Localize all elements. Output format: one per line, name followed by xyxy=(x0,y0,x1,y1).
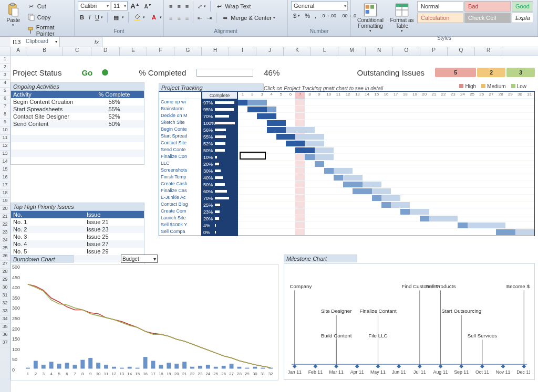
row-headers[interactable]: 1234567891011121314151617181920212223242… xyxy=(0,56,11,392)
svg-text:Mar 11: Mar 11 xyxy=(329,369,343,375)
svg-text:Nov 11: Nov 11 xyxy=(496,369,511,375)
svg-rect-37 xyxy=(190,367,194,369)
fill-color-button[interactable]: ▾ xyxy=(131,12,147,23)
svg-text:Become $100K: Become $100K xyxy=(506,283,530,289)
increase-decimal-button[interactable]: .0→.00 xyxy=(319,12,338,20)
copy-button[interactable]: Copy xyxy=(25,12,71,23)
comma-button[interactable]: , xyxy=(313,12,318,20)
italic-button[interactable]: I xyxy=(87,12,92,23)
increase-indent-button[interactable]: ⇥ xyxy=(205,13,214,23)
wrap-text-button[interactable]: ↩Wrap Text xyxy=(213,1,253,12)
svg-rect-32 xyxy=(151,361,156,369)
svg-rect-33 xyxy=(159,365,163,368)
svg-rect-25 xyxy=(96,363,100,368)
svg-rect-10 xyxy=(370,5,374,9)
svg-rect-38 xyxy=(198,366,202,369)
style-good[interactable]: Good xyxy=(512,1,533,12)
svg-text:Dec 11: Dec 11 xyxy=(516,369,530,375)
svg-text:25: 25 xyxy=(213,372,218,376)
number-format-combo[interactable]: General xyxy=(291,1,348,10)
svg-text:11: 11 xyxy=(104,372,109,376)
gantt-task-label: Send Conte xyxy=(159,147,201,154)
align-left-button[interactable]: ≡ xyxy=(167,13,174,23)
svg-text:13: 13 xyxy=(119,372,124,376)
svg-text:31: 31 xyxy=(261,372,265,376)
grow-font-button[interactable]: A▲ xyxy=(128,1,141,11)
table-icon xyxy=(395,3,409,17)
svg-rect-9 xyxy=(366,5,369,9)
svg-rect-4 xyxy=(30,15,34,20)
gantt-complete-cell: 50% xyxy=(202,181,237,188)
svg-rect-1 xyxy=(11,3,15,6)
gantt-complete-cell: 0% xyxy=(202,229,237,236)
font-name-combo[interactable]: Calibri xyxy=(78,1,110,10)
svg-rect-31 xyxy=(143,357,148,368)
decrease-indent-button[interactable]: ⇤ xyxy=(195,13,204,23)
svg-rect-28 xyxy=(120,368,124,369)
pct-completed-label: % Completed xyxy=(139,68,186,77)
svg-text:20: 20 xyxy=(174,372,179,376)
percent-button[interactable]: % xyxy=(303,12,312,20)
svg-rect-11 xyxy=(366,10,369,14)
gantt-complete-cell: 52% xyxy=(202,140,237,147)
group-label: Font xyxy=(78,28,160,35)
gantt-task-label: Finalize Con xyxy=(159,154,201,161)
shrink-font-button[interactable]: A▼ xyxy=(142,1,154,11)
style-bad[interactable]: Bad xyxy=(464,1,511,12)
burndown-chart: 1234567891011121314151617181920212223242… xyxy=(11,264,278,380)
gantt-complete-cell: 70% xyxy=(202,195,237,202)
issue-pill: 3 xyxy=(506,68,535,77)
svg-text:3: 3 xyxy=(43,372,45,376)
borders-button[interactable]: ▦▾ xyxy=(110,12,126,23)
format-painter-button[interactable]: Format Painter xyxy=(25,23,71,38)
underline-button[interactable]: U▾ xyxy=(93,12,105,23)
font-color-button[interactable]: A▾ xyxy=(148,12,164,23)
svg-rect-34 xyxy=(167,363,171,368)
svg-rect-7 xyxy=(134,19,140,21)
gantt-chart[interactable]: Come up wiBrainstormDecide on MSketch Si… xyxy=(159,91,535,236)
svg-rect-16 xyxy=(26,368,30,369)
burndown-select[interactable]: Budget▾ xyxy=(121,255,158,263)
column-headers[interactable]: ABCDEFGHIJKLMNOPQR xyxy=(11,47,538,56)
gantt-task-label: Finalize Cas xyxy=(159,188,201,195)
gantt-task-label: LLC xyxy=(159,161,201,167)
paste-button[interactable]: Paste▾ xyxy=(3,1,24,29)
svg-text:Jan 11: Jan 11 xyxy=(288,369,302,375)
gantt-complete-cell: 50% xyxy=(202,147,237,154)
svg-text:9: 9 xyxy=(89,372,91,376)
conditional-formatting-button[interactable]: Conditional Formatting▾ xyxy=(354,1,387,35)
gantt-complete-cell: 20% xyxy=(202,215,237,222)
gantt-complete-cell: 40% xyxy=(202,174,237,181)
svg-text:May 11: May 11 xyxy=(370,369,386,375)
svg-rect-5 xyxy=(28,27,33,30)
align-bottom-button[interactable]: ≡ xyxy=(183,1,191,12)
style-check-cell[interactable]: Check Cell xyxy=(464,13,511,23)
align-right-button[interactable]: ≡ xyxy=(183,13,191,23)
align-center-button[interactable]: ≡ xyxy=(175,13,182,23)
svg-rect-39 xyxy=(206,365,210,368)
gantt-complete-cell: 25% xyxy=(202,202,237,208)
style-normal[interactable]: Normal xyxy=(417,1,463,12)
gantt-task-label: Create Cash xyxy=(159,181,201,188)
bold-button[interactable]: B xyxy=(78,12,86,23)
font-size-combo[interactable]: 11 xyxy=(111,1,128,10)
svg-text:12: 12 xyxy=(112,372,117,376)
fx-icon[interactable]: fx xyxy=(91,39,102,45)
format-as-table-button[interactable]: Format as Table▾ xyxy=(388,1,416,35)
select-all-corner[interactable] xyxy=(0,47,11,56)
style-explanatory[interactable]: Expla xyxy=(512,13,533,23)
style-calculation[interactable]: Calculation xyxy=(417,13,463,23)
svg-text:10: 10 xyxy=(96,372,101,376)
cut-button[interactable]: ✂Cut xyxy=(25,1,71,12)
gantt-complete-cell: 10% xyxy=(202,154,237,161)
worksheet[interactable]: Project Status Go % Completed 46% Outsta… xyxy=(11,56,538,392)
svg-text:4: 4 xyxy=(50,372,53,376)
currency-button[interactable]: $▾ xyxy=(291,12,302,20)
milestone-title: Milestone Chart xyxy=(284,255,357,262)
orientation-button[interactable]: ⤢▾ xyxy=(195,1,208,12)
merge-center-button[interactable]: ⬌Merge & Center▾ xyxy=(219,13,277,23)
svg-text:Start Outsourcing: Start Outsourcing xyxy=(441,308,481,314)
align-top-button[interactable]: ≡ xyxy=(167,1,174,12)
ribbon: Paste▾ ✂Cut Copy Format Painter Clipboar… xyxy=(0,0,538,37)
align-middle-button[interactable]: ≡ xyxy=(175,1,182,12)
